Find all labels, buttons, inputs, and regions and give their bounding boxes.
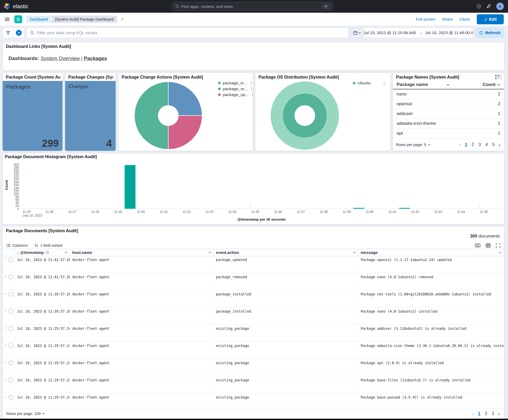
columns-button[interactable]: Columns bbox=[6, 243, 28, 248]
date-end[interactable]: Jul 10, 2023 @ 11:46:00.071 bbox=[425, 30, 474, 35]
expand-document-icon[interactable] bbox=[4, 361, 7, 364]
expand-document-icon[interactable] bbox=[4, 292, 7, 295]
full-screen-link[interactable]: Full screen bbox=[416, 17, 435, 21]
guided-setup-icon[interactable] bbox=[476, 4, 482, 9]
prev-page-button[interactable]: ‹ bbox=[472, 411, 475, 416]
chevron-down-icon[interactable] bbox=[65, 252, 68, 253]
ring-inner-Ubuntu[interactable] bbox=[289, 99, 321, 132]
os-distribution-donut-chart[interactable] bbox=[271, 81, 339, 150]
row-checkbox[interactable] bbox=[9, 258, 13, 262]
expand-document-icon[interactable] bbox=[4, 378, 7, 381]
expand-document-icon[interactable] bbox=[4, 275, 7, 278]
chevron-down-icon[interactable] bbox=[353, 252, 356, 253]
slice-package_removed[interactable] bbox=[168, 82, 202, 116]
clone-link[interactable]: Clone bbox=[460, 17, 470, 21]
table-row[interactable]: apt1 bbox=[393, 129, 504, 138]
next-page-button[interactable]: › bbox=[498, 142, 501, 147]
column-header-message[interactable]: message bbox=[359, 249, 504, 256]
histogram-bar-11:29:30[interactable] bbox=[125, 165, 135, 209]
edit-button[interactable]: Edit bbox=[477, 14, 504, 24]
table-row[interactable]: nano2 bbox=[393, 89, 504, 99]
page-2-button[interactable]: 2 bbox=[484, 411, 488, 416]
event-action-cell: package_installed bbox=[214, 290, 359, 307]
column-header-timestamp[interactable]: ↓ @timestamp bbox=[15, 249, 70, 256]
legend-item-package_re...[interactable]: package_re...⋮ bbox=[218, 87, 251, 91]
global-search-input[interactable]: Find apps, content, and more. ⌘/ bbox=[173, 2, 333, 11]
table-row[interactable]: adduser1 bbox=[393, 109, 504, 119]
news-icon[interactable] bbox=[486, 4, 492, 9]
row-checkbox[interactable] bbox=[9, 395, 13, 399]
hostname-cell: docker-fleet-agent bbox=[70, 376, 214, 393]
legend-actions-icon[interactable]: ⋮ bbox=[251, 93, 254, 97]
filter-options-button[interactable] bbox=[3, 28, 14, 38]
breadcrumb-current[interactable]: [System Audit] Package Dashboard bbox=[50, 16, 117, 23]
column-header-event-action[interactable]: event.action bbox=[214, 249, 359, 256]
prev-page-button[interactable]: ‹ bbox=[459, 142, 461, 147]
page-3-button[interactable]: 3 bbox=[478, 142, 482, 147]
slice-package_installed[interactable] bbox=[134, 82, 168, 149]
expand-document-icon[interactable] bbox=[4, 326, 7, 330]
add-filter-button[interactable]: + bbox=[14, 28, 24, 38]
row-checkbox[interactable] bbox=[9, 378, 13, 382]
expand-document-icon[interactable] bbox=[4, 344, 7, 347]
legend-item-package_up...[interactable]: package_up...⋮ bbox=[218, 93, 251, 97]
sorted-fields-button[interactable]: 1 field sorted bbox=[34, 243, 62, 248]
histogram-plot-area[interactable]: 3002802602402202001801601401201008060402… bbox=[3, 153, 504, 224]
share-link[interactable]: Share bbox=[442, 17, 453, 21]
histogram-bar-11:41:30[interactable] bbox=[399, 208, 410, 209]
row-checkbox[interactable] bbox=[9, 275, 13, 279]
legend-actions-icon[interactable]: ⋮ bbox=[382, 81, 386, 85]
next-page-button[interactable]: › bbox=[497, 411, 500, 416]
legend-item-package_in...[interactable]: package_in...⋮ bbox=[218, 81, 251, 85]
elastic-logo[interactable]: elastic bbox=[4, 3, 28, 10]
link-packages[interactable]: Packages bbox=[84, 56, 107, 61]
page-1-button[interactable]: 1 bbox=[464, 142, 468, 147]
column-header-count[interactable]: Count bbox=[483, 82, 496, 87]
rows-per-page-selector[interactable]: Rows per page: 5 bbox=[396, 143, 430, 147]
chevron-down-icon[interactable] bbox=[497, 84, 500, 86]
row-checkbox[interactable] bbox=[9, 344, 13, 348]
display-options-icon[interactable] bbox=[486, 243, 491, 248]
panel-options-icon[interactable]: ■ ■ ■ bbox=[495, 74, 502, 80]
menu-hamburger-icon[interactable] bbox=[5, 18, 10, 21]
legend-item-Ubuntu[interactable]: Ubuntu⋮ bbox=[353, 81, 386, 85]
chevron-down-icon[interactable] bbox=[208, 252, 211, 253]
table-row[interactable]: openssl2 bbox=[393, 99, 504, 109]
dashboard-app-badge[interactable]: D bbox=[14, 15, 22, 23]
breadcrumb-dashboard[interactable]: Dashboard bbox=[26, 16, 52, 23]
legend-actions-icon[interactable]: ⋮ bbox=[250, 87, 253, 91]
package-names-pagination: ‹12345› bbox=[459, 142, 501, 147]
row-checkbox[interactable] bbox=[9, 292, 13, 296]
keyboard-icon[interactable] bbox=[475, 243, 480, 248]
column-header-package-name[interactable]: Package name bbox=[397, 82, 428, 87]
date-start[interactable]: Jul 10, 2023 @ 11:25:06.845 bbox=[364, 30, 416, 35]
expand-document-icon[interactable] bbox=[4, 395, 7, 399]
legend-actions-icon[interactable]: ⋮ bbox=[249, 81, 253, 85]
table-row[interactable]: adwaita-icon-theme1 bbox=[393, 119, 504, 129]
date-quick-select-button[interactable] bbox=[351, 28, 364, 38]
page-4-button[interactable]: 4 bbox=[484, 142, 489, 147]
refresh-button[interactable]: Refresh bbox=[475, 28, 504, 38]
expand-document-icon[interactable] bbox=[4, 309, 7, 313]
row-checkbox[interactable] bbox=[9, 361, 13, 365]
refresh-icon bbox=[479, 31, 483, 35]
expand-document-icon[interactable] bbox=[4, 258, 7, 261]
date-range-picker[interactable]: Jul 10, 2023 @ 11:25:06.845 → Jul 10, 20… bbox=[350, 28, 474, 38]
column-header-hostname[interactable]: host.name bbox=[70, 249, 214, 256]
histogram-bar-11:39:30[interactable] bbox=[353, 208, 364, 209]
page-1-button[interactable]: 1 bbox=[477, 411, 482, 416]
chevron-down-icon[interactable] bbox=[446, 84, 450, 86]
slice-package_updated[interactable] bbox=[168, 116, 202, 149]
rows-per-page-selector[interactable]: Rows per page: 100 bbox=[6, 412, 45, 416]
link-system-overview[interactable]: System Overview bbox=[40, 56, 80, 61]
kql-query-input[interactable]: Filter your data using KQL syntax bbox=[27, 28, 348, 38]
page-5-button[interactable]: 5 bbox=[491, 142, 496, 147]
change-actions-donut-chart[interactable] bbox=[134, 82, 202, 149]
fullscreen-icon[interactable] bbox=[496, 243, 500, 248]
row-checkbox[interactable] bbox=[9, 326, 13, 331]
row-checkbox[interactable] bbox=[9, 309, 13, 313]
page-3-button[interactable]: 3 bbox=[491, 411, 495, 416]
page-2-button[interactable]: 2 bbox=[471, 142, 475, 147]
user-avatar[interactable]: e bbox=[496, 3, 504, 10]
chevron-down-icon[interactable] bbox=[499, 252, 502, 253]
